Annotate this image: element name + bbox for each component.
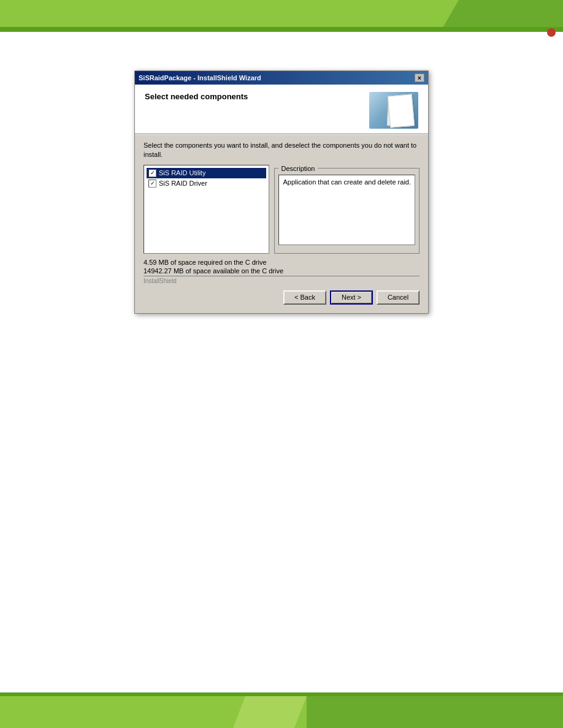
close-button[interactable]: × (415, 74, 424, 82)
component-item-utility[interactable]: ✓ SiS RAID Utility (147, 168, 266, 178)
bottom-bar (0, 696, 563, 728)
dialog-title: SiSRaidPackage - InstallShield Wizard (139, 74, 261, 82)
bottom-bar-accent (0, 692, 563, 696)
back-button[interactable]: < Back (283, 290, 326, 305)
instruction-text: Select the components you want to instal… (144, 141, 419, 160)
bottom-bar-right (307, 696, 563, 728)
space-required: 4.59 MB of space required on the C drive (144, 259, 419, 266)
header-image-paper (388, 94, 415, 127)
header-image (369, 92, 418, 129)
bottom-bar-left (0, 696, 233, 728)
description-legend-label: Description (278, 165, 317, 172)
top-bar-accent (0, 27, 563, 32)
dialog-header-title: Select needed components (145, 92, 248, 101)
components-area: ✓ SiS RAID Utility ✓ SiS RAID Driver Des… (144, 165, 419, 254)
space-available: 14942.27 MB of space available on the C … (144, 267, 419, 275)
description-fieldset: Description Application that can create … (274, 165, 419, 254)
checkbox-utility[interactable]: ✓ (148, 169, 156, 177)
description-text: Application that can create and delete r… (278, 175, 415, 245)
main-content: SiSRaidPackage - InstallShield Wizard × … (0, 37, 563, 691)
top-dot-decoration (547, 28, 556, 37)
title-bar: SiSRaidPackage - InstallShield Wizard × (135, 71, 428, 85)
cancel-button[interactable]: Cancel (377, 290, 419, 305)
checkbox-driver[interactable]: ✓ (148, 180, 156, 188)
component-label-utility: SiS RAID Utility (159, 169, 205, 176)
component-label-driver: SiS RAID Driver (159, 180, 207, 187)
installshield-dialog: SiSRaidPackage - InstallShield Wizard × … (134, 70, 429, 314)
component-item-driver[interactable]: ✓ SiS RAID Driver (147, 178, 266, 189)
next-button[interactable]: Next > (330, 290, 373, 305)
dialog-body: Select the components you want to instal… (135, 135, 428, 313)
buttons-row: < Back Next > Cancel (144, 288, 419, 307)
dialog-header: Select needed components (135, 85, 428, 134)
component-list: ✓ SiS RAID Utility ✓ SiS RAID Driver (144, 165, 269, 254)
installshield-label: InstallShield (144, 276, 419, 284)
bottom-bar-mid (233, 696, 307, 728)
